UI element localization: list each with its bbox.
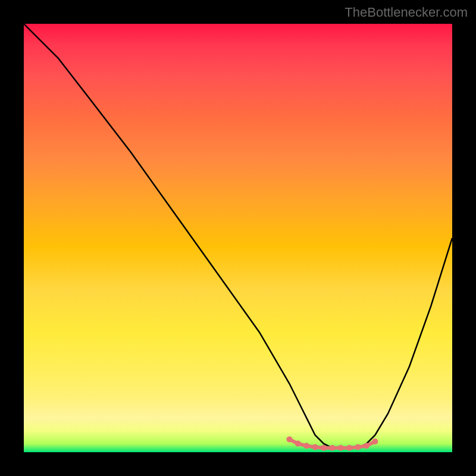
watermark-text: TheBottleneсker.com: [345, 5, 468, 20]
bottleneck-curve: [24, 24, 452, 448]
highlight-dot: [329, 445, 335, 451]
highlight-dot: [364, 443, 369, 449]
highlight-dot: [303, 443, 309, 449]
highlight-dot: [372, 439, 378, 444]
highlight-dot: [312, 444, 318, 450]
chart-curve-svg: [24, 24, 452, 452]
highlight-region: [286, 436, 378, 450]
highlight-dot: [321, 445, 327, 451]
highlight-dot: [295, 441, 301, 447]
highlight-dot: [355, 444, 361, 450]
highlight-dot: [286, 436, 292, 442]
highlight-dot: [346, 445, 352, 451]
highlight-dot: [338, 445, 344, 451]
